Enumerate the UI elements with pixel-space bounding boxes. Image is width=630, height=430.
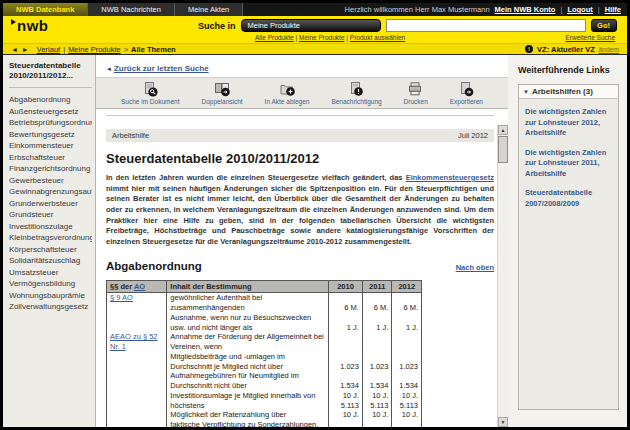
- go-button[interactable]: Go!: [591, 19, 617, 32]
- sidebar-item[interactable]: Vermögensbildung: [9, 278, 92, 290]
- back-to-last-search-link[interactable]: Zurück zur letzten Suche: [114, 64, 209, 73]
- paragraph-ref-link[interactable]: AEAO zu § 52 Nr. 1: [110, 332, 158, 351]
- alle-produkte-link[interactable]: Alle Produkte: [255, 34, 294, 41]
- sidebar-item[interactable]: Einkommensteuer: [9, 140, 92, 152]
- sidebar-item[interactable]: Abgabenordnung: [9, 94, 92, 106]
- intro-paragraph: In den letzten Jahren wurden die einzeln…: [106, 173, 494, 247]
- provision-text-cell: Annahme der Förderung der Allgemeinheit …: [167, 332, 329, 352]
- sidebar-item[interactable]: Investitionszulage: [9, 221, 92, 233]
- scroll-down-icon[interactable]: ▼: [498, 417, 508, 427]
- notification-icon: [349, 82, 364, 97]
- sidebar-item[interactable]: Grunderwerbsteuer: [9, 198, 92, 210]
- vz-status-label: VZ: Aktueller VZ: [537, 45, 595, 54]
- year-value-cell: 1 J.: [362, 313, 392, 333]
- export-icon: [459, 82, 474, 97]
- paragraph-ref-cell: [107, 410, 167, 420]
- meine-produkte-link[interactable]: Meine Produkte: [299, 34, 345, 41]
- produkt-auswaehlen-link[interactable]: Produkt auswählen: [350, 34, 405, 41]
- hilfe-link[interactable]: Hilfe: [605, 5, 621, 14]
- provision-text-cell: Aufnahmegebühren für Neumitglied im Durc…: [167, 371, 329, 391]
- erweiterte-suche-link[interactable]: Erweiterte Suche: [566, 34, 616, 41]
- provision-text-cell: gewöhnlicher Aufenthalt bei zusammenhäng…: [167, 293, 329, 313]
- table-row: faktische Verpflichtung zu Sonderzahlung…: [107, 420, 422, 427]
- col-header-2010: 2010: [329, 281, 363, 293]
- table-header-row: §§ der AO Inhalt der Bestimmung 2010 201…: [107, 281, 422, 293]
- sidebar-item[interactable]: Wohnungsbauprämie: [9, 290, 92, 302]
- add-to-file-button[interactable]: In Akte ablegen: [265, 82, 310, 105]
- document-toolbar: Suche im Dokument Doppelansicht In Akte …: [96, 77, 508, 109]
- scrollbar-thumb[interactable]: [498, 136, 508, 163]
- tab-nwb-datenbank[interactable]: NWB Datenbank: [3, 3, 88, 16]
- intro-text: In den letzten Jahren wurden die einzeln…: [106, 173, 406, 182]
- split-view-button[interactable]: Doppelansicht: [201, 82, 242, 105]
- paragraph-ref-cell: [107, 313, 167, 333]
- arbeitshilfen-group-header[interactable]: ▼Arbeitshilfen (3): [519, 85, 618, 99]
- sidebar-item[interactable]: Betriebsprüfungsordnung: [9, 117, 92, 129]
- year-value-cell: [329, 332, 363, 352]
- einkommensteuergesetz-link[interactable]: Einkommensteuergesetz: [406, 173, 494, 182]
- tool-label: Benachrichtigung: [331, 98, 381, 105]
- table-row: Möglichkeit der Ratenzahlung über10 J.10…: [107, 410, 422, 420]
- related-link[interactable]: Die wichtigsten Zahlen zur Lohnsteuer 20…: [525, 107, 612, 139]
- related-links-list: Die wichtigsten Zahlen zur Lohnsteuer 20…: [519, 99, 618, 209]
- tool-label: Exportieren: [450, 98, 483, 105]
- tab-nwb-nachrichten[interactable]: NWB Nachrichten: [88, 3, 175, 16]
- sidebar-item[interactable]: Bewertungsgesetz: [9, 129, 92, 141]
- sidebar-item[interactable]: Umsatzsteuer: [9, 267, 92, 279]
- sidebar-item[interactable]: Körperschaftsteuer: [9, 244, 92, 256]
- tool-label: Drucken: [404, 98, 428, 105]
- sidebar-item[interactable]: Solidaritätszuschlag: [9, 255, 92, 267]
- history-back-forward-icons[interactable]: ◄ ►: [11, 46, 30, 53]
- table-row: Investitionsumlage je Mitglied innerhalb…: [107, 391, 422, 401]
- export-button[interactable]: Exportieren: [450, 82, 483, 105]
- table-row: Ausnahme, wenn nur zu Besuchszwecken usw…: [107, 313, 422, 333]
- ao-link[interactable]: AO: [134, 282, 145, 291]
- sidebar-item[interactable]: Gewinnabgrenzungsaufzeichnu: [9, 186, 92, 198]
- related-links-sidebar: Weiterführende Links ▼Arbeitshilfen (3) …: [508, 55, 627, 427]
- paragraph-ref-link[interactable]: § 9 AO: [110, 293, 133, 302]
- nwb-logo[interactable]: nwb: [17, 17, 49, 34]
- search-input[interactable]: [386, 19, 586, 32]
- scroll-up-icon[interactable]: ▲: [498, 125, 508, 135]
- sidebar-item[interactable]: Kleinbetragsverordnung: [9, 232, 92, 244]
- search-in-document-button[interactable]: Suche im Dokument: [121, 82, 180, 105]
- related-link[interactable]: Die wichtigsten Zahlen zur Lohnsteuer 20…: [525, 148, 612, 180]
- breadcrumb-meine-produkte[interactable]: Meine Produkte: [68, 45, 121, 54]
- verlauf-link[interactable]: Verlauf: [37, 45, 60, 54]
- breadcrumb-bar: ◄ ► Verlauf | Meine Produkte > Alle Them…: [3, 43, 627, 55]
- sidebar-item[interactable]: Zollverwaltungsgesetz: [9, 301, 92, 313]
- notification-button[interactable]: Benachrichtigung: [331, 82, 381, 105]
- separator: |: [598, 5, 600, 14]
- vz-aendern-link[interactable]: ändern: [599, 46, 619, 53]
- paragraph-ref-cell[interactable]: § 9 AO: [107, 293, 167, 313]
- year-value-cell: 1 J.: [392, 313, 422, 333]
- year-value-cell: 1.534: [329, 371, 363, 391]
- app-window: NWB Datenbank NWB Nachrichten Meine Akte…: [0, 0, 630, 430]
- year-value-cell: 5.113: [392, 401, 422, 411]
- search-scope-dropdown[interactable]: Meine Produkte: [241, 19, 381, 32]
- mein-nwb-konto-link[interactable]: Mein NWB Konto: [495, 5, 556, 14]
- paragraph-ref-cell: [107, 391, 167, 401]
- logout-link[interactable]: Logout: [567, 5, 592, 14]
- print-button[interactable]: Drucken: [404, 82, 428, 105]
- document-date: Juli 2012: [458, 131, 488, 140]
- document-meta-bar: Arbeitshilfe Juli 2012: [106, 129, 494, 142]
- breadcrumb-current: Alle Themen: [131, 45, 176, 54]
- arbeitshilfen-panel: ▼Arbeitshilfen (3) Die wichtigsten Zahle…: [518, 84, 619, 410]
- add-to-file-icon: [280, 82, 295, 97]
- year-value-cell: 1 J.: [329, 313, 363, 333]
- sidebar-item[interactable]: Erbschaftsteuer: [9, 152, 92, 164]
- year-value-cell: 75 %: [362, 420, 392, 427]
- sidebar-item[interactable]: Finanzgerichtsordnung: [9, 163, 92, 175]
- document-scrollbar[interactable]: ▲ ▼: [497, 125, 508, 427]
- year-value-cell: 1.534: [362, 371, 392, 391]
- sidebar-item[interactable]: Grundsteuer: [9, 209, 92, 221]
- table-row: höchstens5.1135.1135.113: [107, 401, 422, 411]
- year-value-cell: 10 J.: [392, 391, 422, 401]
- paragraph-ref-cell[interactable]: AEAO zu § 52 Nr. 1: [107, 332, 167, 352]
- tab-meine-akten[interactable]: Meine Akten: [175, 3, 243, 16]
- related-link[interactable]: Steuerdatentabelle 2007/2008/2009: [525, 188, 612, 209]
- nach-oben-link[interactable]: Nach oben: [456, 263, 494, 272]
- sidebar-item[interactable]: Gewerbesteuer: [9, 175, 92, 187]
- sidebar-item[interactable]: Außensteuergesetz: [9, 106, 92, 118]
